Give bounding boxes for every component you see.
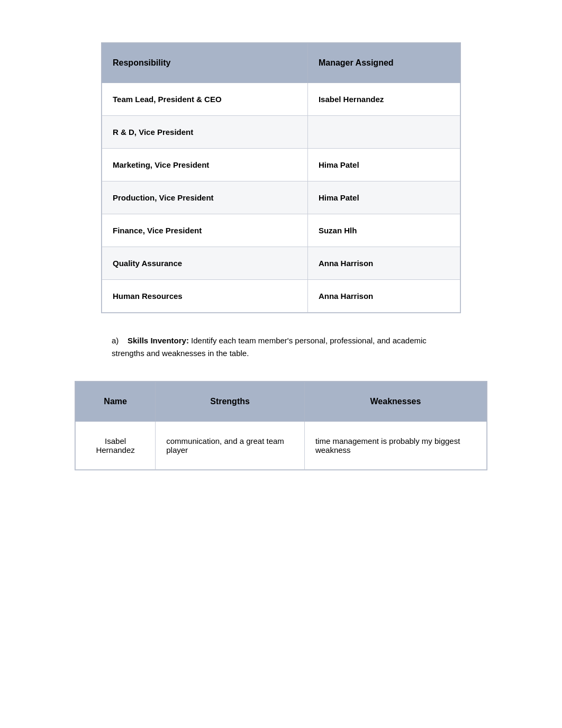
table-row: R & D, Vice President (102, 116, 460, 149)
responsibility-cell: Human Resources (102, 280, 308, 313)
table-row: Marketing, Vice PresidentHima Patel (102, 149, 460, 181)
table-row: Finance, Vice PresidentSuzan Hlh (102, 214, 460, 247)
manager-cell: Hima Patel (307, 181, 460, 214)
name-col-header: Name (76, 382, 156, 422)
weaknesses-col-header: Weaknesses (304, 382, 486, 422)
responsibility-table: Responsibility Manager Assigned Team Lea… (102, 43, 460, 313)
responsibility-header-row: Responsibility Manager Assigned (102, 43, 460, 83)
skills-table-wrapper: Name Strengths Weaknesses Isabel Hernand… (75, 381, 487, 470)
section-label: a) (112, 336, 119, 345)
manager-cell: Suzan Hlh (307, 214, 460, 247)
table-row: Team Lead, President & CEOIsabel Hernand… (102, 83, 460, 116)
manager-cell: Anna Harrison (307, 280, 460, 313)
manager-cell: Anna Harrison (307, 247, 460, 280)
responsibility-cell: Marketing, Vice President (102, 149, 308, 181)
responsibility-cell: R & D, Vice President (102, 116, 308, 149)
name-cell: Isabel Hernandez (76, 422, 156, 470)
table-row: Isabel Hernandezcommunication, and a gre… (76, 422, 487, 470)
manager-cell: Isabel Hernandez (307, 83, 460, 116)
strengths-cell: communication, and a great team player (156, 422, 305, 470)
strengths-col-header: Strengths (156, 382, 305, 422)
weaknesses-cell: time management is probably my biggest w… (304, 422, 486, 470)
skills-inventory-section: a) Skills Inventory: Identify each team … (101, 334, 461, 360)
manager-col-header: Manager Assigned (307, 43, 460, 83)
table-row: Production, Vice PresidentHima Patel (102, 181, 460, 214)
section-bold-label: Skills Inventory: (128, 336, 189, 345)
manager-cell: Hima Patel (307, 149, 460, 181)
table-row: Quality AssuranceAnna Harrison (102, 247, 460, 280)
table-row: Human ResourcesAnna Harrison (102, 280, 460, 313)
skills-header-row: Name Strengths Weaknesses (76, 382, 487, 422)
responsibility-cell: Quality Assurance (102, 247, 308, 280)
responsibility-cell: Finance, Vice President (102, 214, 308, 247)
manager-cell (307, 116, 460, 149)
responsibility-table-wrapper: Responsibility Manager Assigned Team Lea… (101, 42, 461, 313)
responsibility-col-header: Responsibility (102, 43, 308, 83)
responsibility-cell: Team Lead, President & CEO (102, 83, 308, 116)
responsibility-cell: Production, Vice President (102, 181, 308, 214)
skills-table: Name Strengths Weaknesses Isabel Hernand… (75, 381, 487, 470)
